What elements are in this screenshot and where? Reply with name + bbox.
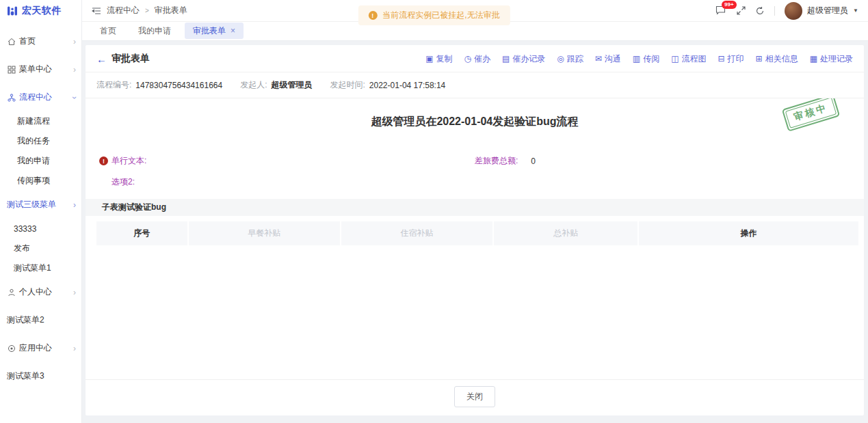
- home-icon: [7, 37, 16, 46]
- records-icon: ▤: [502, 54, 510, 64]
- option2-field: 选项2:: [111, 176, 135, 188]
- chevron-right-icon: ›: [73, 344, 76, 353]
- breadcrumb-process-center[interactable]: 流程中心: [107, 5, 140, 16]
- brand-name: 宏天软件: [22, 5, 62, 17]
- app-icon: [7, 344, 16, 353]
- fullscreen-icon[interactable]: [737, 6, 746, 15]
- sidebar-item-circulation-items[interactable]: 传阅事项: [0, 171, 81, 191]
- flowchart-button[interactable]: ◫流程图: [671, 53, 706, 65]
- sidebar-nav: 首页 › 菜单中心 › 流程中心 › 新建流程 我的任务 我的申请: [0, 22, 81, 390]
- sidebar-item-menu-center[interactable]: 菜单中心 ›: [0, 55, 81, 83]
- approval-form-card: ← 审批表单 ▣复制 ◷催办 ▤催办记录 ◎跟踪 ✉沟通 ▥传阅 ◫流程图 ⊟打…: [86, 45, 864, 415]
- flowchart-icon: ◫: [671, 54, 679, 64]
- card-footer: 关闭: [86, 379, 864, 415]
- process-meta: 流程编号: 1478304756434161664 发起人: 超级管理员 发起时…: [86, 72, 864, 98]
- chevron-right-icon: ›: [73, 288, 76, 297]
- card-header: ← 审批表单 ▣复制 ◷催办 ▤催办记录 ◎跟踪 ✉沟通 ▥传阅 ◫流程图 ⊟打…: [86, 45, 864, 72]
- sidebar-item-test-menu3[interactable]: 测试菜单3: [0, 362, 81, 390]
- sidebar-item-home[interactable]: 首页 ›: [0, 27, 81, 55]
- circulate-icon: ▥: [633, 54, 640, 64]
- column-header-lodging: 住宿补贴: [341, 221, 492, 245]
- main-area: 流程中心 > 审批表单 99+ 超级管理员 ▼: [82, 0, 868, 423]
- topbar-actions: 99+ 超级管理员 ▼: [715, 2, 858, 20]
- sidebar-item-test-menu2[interactable]: 测试菜单2: [0, 306, 81, 334]
- circulate-button[interactable]: ▥传阅: [633, 53, 659, 65]
- copy-icon: ▣: [425, 54, 433, 64]
- travel-total-field: 差旅费总额: 0: [475, 155, 536, 167]
- avatar: [785, 2, 802, 20]
- sidebar-item-app-center[interactable]: 应用中心 ›: [0, 334, 81, 362]
- sidebar-item-new-process[interactable]: 新建流程: [0, 111, 81, 131]
- back-button[interactable]: ← 审批表单: [96, 53, 150, 65]
- user-menu[interactable]: 超级管理员 ▼: [785, 2, 858, 20]
- sidebar-item-process-center[interactable]: 流程中心 ›: [0, 83, 81, 111]
- column-header-actions: 操作: [639, 221, 858, 245]
- form-fields: ! 单行文本: 差旅费总额: 0 选项2:: [86, 155, 864, 188]
- urge-records-button[interactable]: ▤催办记录: [502, 53, 545, 65]
- page-title: 审批表单: [111, 53, 150, 65]
- close-button[interactable]: 关闭: [454, 386, 495, 407]
- sidebar-item-33333[interactable]: 33333: [0, 219, 81, 238]
- subtable-section-title: 子表测试验证bug: [86, 199, 864, 216]
- tab-approval-form[interactable]: 审批表单 ×: [185, 23, 244, 39]
- user-name: 超级管理员: [807, 5, 848, 16]
- track-icon: ◎: [557, 54, 564, 64]
- column-header-total: 总补贴: [494, 221, 637, 245]
- brand-logo-icon: [7, 5, 18, 16]
- chevron-down-icon: ›: [70, 96, 79, 99]
- chevron-right-icon: ›: [73, 38, 76, 46]
- document-title: 超级管理员在2022-01-04发起验证bug流程: [86, 115, 864, 129]
- message-count-badge: 99+: [722, 1, 737, 9]
- urge-button[interactable]: ◷催办: [464, 53, 490, 65]
- sidebar-item-personal-center[interactable]: 个人中心 ›: [0, 278, 81, 306]
- breadcrumb: 流程中心 > 审批表单: [92, 5, 187, 16]
- printer-icon: ⊟: [718, 54, 725, 64]
- form-area: 超级管理员在2022-01-04发起验证bug流程 审核中 ! 单行文本: 差旅…: [86, 98, 864, 379]
- process-number: 流程编号: 1478304756434161664: [96, 79, 222, 91]
- tab-my-applications[interactable]: 我的申请: [130, 23, 179, 39]
- breadcrumb-separator: >: [145, 7, 149, 14]
- communicate-button[interactable]: ✉沟通: [595, 53, 621, 65]
- history-icon: ▦: [810, 54, 817, 64]
- grid-icon: [7, 65, 16, 74]
- sidebar: 宏天软件 首页 › 菜单中心 › 流程中心 › 新建流程 我的任务: [0, 0, 82, 423]
- print-button[interactable]: ⊟打印: [718, 53, 744, 65]
- warning-icon: !: [368, 11, 377, 20]
- subtable-body-empty: [86, 245, 864, 379]
- chevron-right-icon: ›: [73, 201, 76, 209]
- sidebar-fold-icon[interactable]: [92, 7, 101, 15]
- close-icon[interactable]: ×: [231, 27, 235, 35]
- process-records-button[interactable]: ▦处理记录: [810, 53, 853, 65]
- related-info-button[interactable]: ⊞相关信息: [756, 53, 798, 65]
- divider: [774, 6, 775, 16]
- process-starter: 发起人: 超级管理员: [240, 79, 312, 91]
- single-line-text-field: ! 单行文本:: [96, 155, 475, 167]
- sidebar-item-publish[interactable]: 发布: [0, 238, 81, 258]
- column-header-breakfast: 早餐补贴: [189, 221, 340, 245]
- action-toolbar: ▣复制 ◷催办 ▤催办记录 ◎跟踪 ✉沟通 ▥传阅 ◫流程图 ⊟打印 ⊞相关信息…: [425, 53, 853, 65]
- required-icon: !: [99, 156, 108, 165]
- back-arrow-icon: ←: [96, 54, 107, 64]
- brand-logo[interactable]: 宏天软件: [0, 0, 81, 22]
- clock-icon: ◷: [464, 54, 471, 64]
- sidebar-item-test-menu1[interactable]: 测试菜单1: [0, 258, 81, 278]
- tab-home[interactable]: 首页: [92, 23, 124, 39]
- breadcrumb-approval-form: 审批表单: [155, 5, 187, 16]
- warning-message: ! 当前流程实例已被挂起,无法审批: [358, 5, 510, 25]
- copy-button[interactable]: ▣复制: [425, 53, 452, 65]
- content: ← 审批表单 ▣复制 ◷催办 ▤催办记录 ◎跟踪 ✉沟通 ▥传阅 ◫流程图 ⊟打…: [82, 41, 868, 423]
- process-start-time: 发起时间: 2022-01-04 17:58:14: [330, 79, 446, 91]
- messages-icon[interactable]: 99+: [715, 5, 727, 16]
- refresh-icon[interactable]: [755, 6, 765, 16]
- caret-down-icon: ▼: [853, 8, 858, 14]
- sidebar-item-my-applications[interactable]: 我的申请: [0, 151, 81, 171]
- subtable-header: 序号 早餐补贴 住宿补贴 总补贴 操作: [96, 221, 853, 245]
- flow-icon: [7, 93, 16, 102]
- chevron-right-icon: ›: [73, 66, 76, 74]
- track-button[interactable]: ◎跟踪: [557, 53, 583, 65]
- column-header-seq: 序号: [96, 221, 187, 245]
- app-root: 宏天软件 首页 › 菜单中心 › 流程中心 › 新建流程 我的任务: [0, 0, 868, 423]
- chat-icon: ✉: [595, 54, 602, 64]
- sidebar-item-my-tasks[interactable]: 我的任务: [0, 131, 81, 151]
- sidebar-item-test-level3-menu[interactable]: 测试三级菜单 ›: [0, 191, 81, 219]
